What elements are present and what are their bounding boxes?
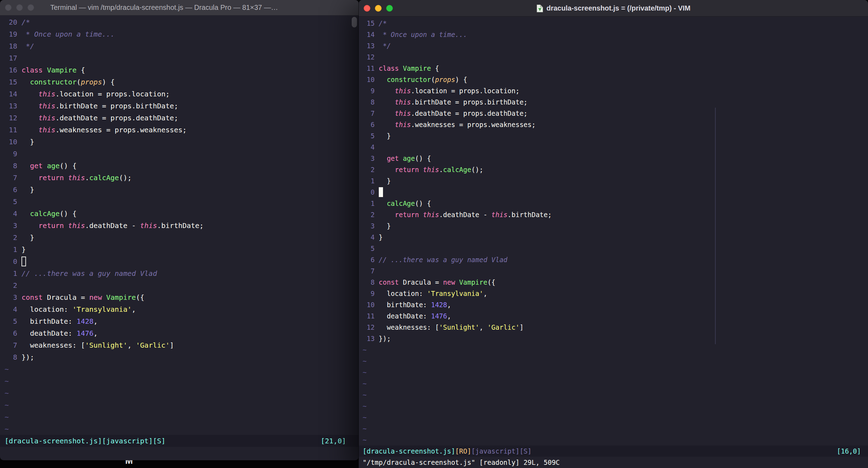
code-line[interactable]: 8 this.birthDate = props.birthDate; [359,96,868,108]
code-line[interactable]: 7 this.deathDate = props.deathDate; [359,108,868,119]
code-line[interactable]: 3 } [359,220,868,232]
code-token: .birthDate = props.birthDate; [55,102,178,110]
line-number: 2 [5,232,17,244]
code-line[interactable]: 1} [0,244,359,255]
code-token: , [447,301,451,309]
code-line[interactable]: 7 return this.calcAge(); [0,172,359,184]
code-line[interactable]: 9 location: 'Transylvania', [359,288,868,299]
traffic-lights [5,4,34,11]
code-line[interactable]: 5 } [359,130,868,141]
code-line[interactable]: 7 weaknesses: ['Sunlight', 'Garlic'] [0,339,359,351]
code-token: 1428 [77,317,94,325]
code-line[interactable]: 18 */ [0,40,359,52]
code-token [455,278,459,286]
code-text: constructor(props) { [21,78,115,86]
line-number: 5 [363,243,375,254]
code-token: }); [379,335,391,342]
code-line[interactable]: 5 [0,196,359,208]
code-line[interactable]: 4} [359,232,868,243]
desktop-background: M [0,460,359,468]
code-line[interactable]: 10 birthDate: 1428, [359,299,868,310]
code-line[interactable]: 8const Dracula = new Vampire({ [359,277,868,288]
code-line[interactable]: 11class Vampire { [359,63,868,74]
code-line[interactable]: 13 this.birthDate = props.birthDate; [0,100,359,112]
line-number: 11 [5,124,17,136]
code-line[interactable]: 8}); [0,351,359,363]
code-line[interactable]: 6// ...there was a guy named Vlad [359,254,868,265]
code-line[interactable]: 11 deathDate: 1476, [359,310,868,322]
terminal-titlebar[interactable]: Terminal — vim /tmp/dracula-screenshot.j… [0,0,359,15]
tilde-marker: ~ [5,365,9,373]
code-line[interactable]: 6 deathDate: 1476, [0,327,359,339]
code-line[interactable]: 6 } [0,184,359,196]
code-line[interactable]: 11 this.weaknesses = props.weaknesses; [0,124,359,136]
vim-buffer[interactable]: 15/*14 * Once upon a time...13 */1211cla… [359,18,868,445]
code-line[interactable]: 9 this.location = props.location; [359,85,868,96]
code-line[interactable]: 20/* [0,16,359,28]
code-line[interactable]: 9 [0,148,359,160]
code-token: . [439,166,443,173]
code-line[interactable]: 4 [359,141,868,153]
line-number: 9 [363,288,375,299]
code-line[interactable]: 0 [359,186,868,198]
code-token: Dracula = [43,293,89,302]
code-line[interactable]: 3const Dracula = new Vampire({ [0,291,359,303]
code-line[interactable]: 5 birthDate: 1428, [0,315,359,327]
code-line[interactable]: 8 get age() { [0,160,359,172]
code-line[interactable]: 12 this.deathDate = props.deathDate; [0,112,359,124]
code-token: , [447,312,451,320]
code-token: this [68,221,85,230]
tilde-marker: ~ [363,368,366,376]
vim-buffer[interactable]: 20/*19 * Once upon a time...18 */1716cla… [0,16,359,435]
code-line[interactable]: 14 * Once upon a time... [359,29,868,40]
code-line[interactable]: 2 return this.calcAge(); [359,164,868,175]
code-token: (); [119,173,132,182]
code-line[interactable]: 16class Vampire { [0,64,359,76]
line-number: 8 [363,96,375,108]
terminal-window: Terminal — vim /tmp/dracula-screenshot.j… [0,0,359,460]
code-token: this [491,211,508,219]
line-number: 2 [363,209,375,220]
code-line[interactable]: 12 weaknesses: ['Sunlight', 'Garlic'] [359,322,868,333]
minimize-button[interactable] [16,4,23,11]
code-line[interactable]: 15 constructor(props) { [0,76,359,88]
code-token: .weaknesses = props.weaknesses; [55,126,186,134]
code-line[interactable]: 0 [0,255,359,267]
code-line[interactable]: 10 } [0,136,359,148]
code-text: class Vampire { [379,64,439,72]
code-line[interactable]: 1 calcAge() { [359,198,868,209]
code-line[interactable]: 13}); [359,333,868,344]
code-line[interactable]: 10 constructor(props) { [359,74,868,85]
code-line[interactable]: 3 return this.deathDate - this.birthDate… [0,220,359,232]
scrollbar-thumb[interactable] [352,17,357,27]
code-token: return [38,221,64,230]
code-token: () { [60,209,77,218]
line-number: 7 [5,339,17,351]
code-line[interactable]: 7 [359,265,868,277]
code-text: this.birthDate = props.birthDate; [21,102,178,110]
code-text: location: 'Transylvania', [379,290,487,297]
code-line[interactable]: 2 [0,279,359,291]
code-line[interactable]: 1 } [359,175,868,186]
code-token: birthDate: [21,317,77,325]
code-line[interactable]: 2 return this.deathDate - this.birthDate… [359,209,868,220]
code-line[interactable]: 6 this.weaknesses = props.weaknesses; [359,119,868,130]
code-line[interactable]: 19 * Once upon a time... [0,28,359,40]
code-line[interactable]: 4 location: 'Transylvania', [0,303,359,315]
code-line[interactable]: 17 [0,52,359,64]
code-line[interactable]: 15/* [359,18,868,29]
code-line[interactable]: 14 this.location = props.location; [0,88,359,100]
code-line[interactable]: 3 get age() { [359,153,868,164]
close-button[interactable] [5,4,12,11]
code-line[interactable]: 12 [359,51,868,63]
code-token: .weaknesses = props.weaknesses; [411,121,536,128]
code-line[interactable]: 5 [359,243,868,254]
line-number: 4 [363,141,375,153]
code-line[interactable]: 4 calcAge() { [0,208,359,220]
code-line[interactable]: 2 } [0,232,359,244]
code-token: weaknesses: [ [21,341,85,349]
code-line[interactable]: 1// ...there was a guy named Vlad [0,267,359,279]
code-line[interactable]: 13 */ [359,40,868,51]
zoom-button[interactable] [27,4,34,11]
code-token [43,162,47,170]
